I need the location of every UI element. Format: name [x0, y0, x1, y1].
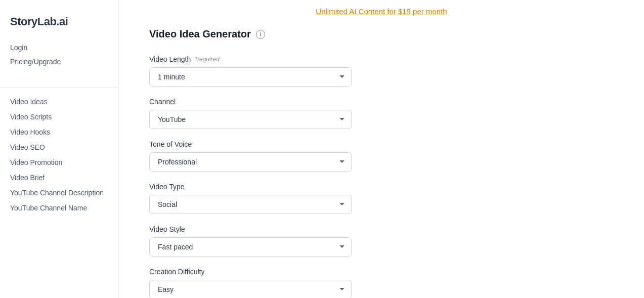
page-content: Video Idea Generator i Video Length *req…	[119, 23, 524, 298]
video-type-label: Video Type	[149, 183, 185, 191]
sidebar: StoryLab.ai Login Pricing/Upgrade Video …	[0, 0, 119, 298]
sidebar-nav-top: Login Pricing/Upgrade	[0, 44, 118, 72]
video-style-label: Video Style	[149, 225, 185, 233]
form-label-row-video-length: Video Length *required	[149, 55, 493, 63]
sidebar-item-pricing[interactable]: Pricing/Upgrade	[10, 58, 108, 66]
page-title: Video Idea Generator	[149, 28, 251, 40]
form-label-row-video-type: Video Type	[149, 183, 493, 191]
sidebar-item-youtube-channel-description[interactable]: YouTube Channel Description	[10, 189, 108, 197]
sidebar-item-video-ideas[interactable]: Video Ideas	[10, 98, 108, 106]
info-icon[interactable]: i	[256, 30, 265, 39]
form-label-row-tone-of-voice: Tone of Voice	[149, 140, 493, 148]
channel-select[interactable]: YouTube TikTok Instagram Facebook Linked…	[149, 110, 352, 129]
promo-link[interactable]: Unlimited AI Content for $19 per month	[316, 7, 447, 16]
sidebar-item-video-seo[interactable]: Video SEO	[10, 143, 108, 151]
logo: StoryLab.ai	[0, 10, 118, 44]
form-group-tone-of-voice: Tone of Voice Professional Casual Friend…	[149, 140, 493, 172]
form-group-video-style: Video Style Fast paced Slow paced Cinema…	[149, 225, 493, 257]
main-content: Unlimited AI Content for $19 per month V…	[119, 0, 644, 298]
sidebar-item-video-brief[interactable]: Video Brief	[10, 174, 108, 182]
sidebar-item-login[interactable]: Login	[10, 44, 108, 52]
page-title-row: Video Idea Generator i	[149, 28, 493, 40]
channel-label: Channel	[149, 98, 176, 106]
video-type-select[interactable]: Social Educational Tutorial Review Vlog …	[149, 195, 352, 214]
tone-of-voice-select[interactable]: Professional Casual Friendly Formal Humo…	[149, 152, 352, 172]
form-group-channel: Channel YouTube TikTok Instagram Faceboo…	[149, 98, 493, 129]
sidebar-divider	[0, 87, 118, 88]
video-style-select[interactable]: Fast paced Slow paced Cinematic Animated…	[149, 237, 352, 257]
form-label-row-creation-difficulty: Creation Difficulty	[149, 268, 493, 276]
form-group-video-length: Video Length *required 1 minute 2 minute…	[149, 55, 493, 87]
video-length-select[interactable]: 1 minute 2 minutes 5 minutes 10 minutes …	[149, 67, 352, 87]
creation-difficulty-label: Creation Difficulty	[149, 268, 204, 276]
promo-banner: Unlimited AI Content for $19 per month	[119, 0, 644, 23]
creation-difficulty-select[interactable]: Easy Medium Hard Expert	[149, 280, 352, 298]
sidebar-nav-section: Video Ideas Video Scripts Video Hooks Vi…	[0, 98, 118, 219]
form-group-creation-difficulty: Creation Difficulty Easy Medium Hard Exp…	[149, 268, 493, 298]
video-length-label: Video Length	[149, 55, 191, 63]
sidebar-item-video-hooks[interactable]: Video Hooks	[10, 128, 108, 136]
sidebar-item-youtube-channel-name[interactable]: YouTube Channel Name	[10, 204, 108, 212]
form-group-video-type: Video Type Social Educational Tutorial R…	[149, 183, 493, 214]
form-label-row-channel: Channel	[149, 98, 493, 106]
sidebar-item-video-scripts[interactable]: Video Scripts	[10, 113, 108, 121]
form-label-row-video-style: Video Style	[149, 225, 493, 233]
video-length-required: *required	[195, 56, 220, 63]
tone-of-voice-label: Tone of Voice	[149, 140, 192, 148]
sidebar-item-video-promotion[interactable]: Video Promotion	[10, 158, 108, 166]
